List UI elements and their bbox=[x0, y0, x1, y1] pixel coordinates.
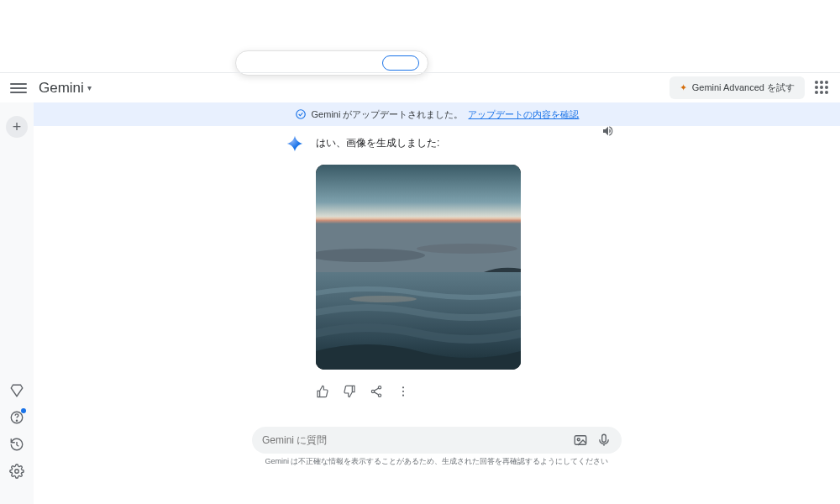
menu-icon[interactable] bbox=[10, 80, 27, 97]
header-bar: Gemini ▾ ✦ Gemini Advanced を試す bbox=[0, 72, 840, 102]
pill-action-outline[interactable] bbox=[382, 55, 419, 71]
message-header: はい、画像を生成しました: bbox=[286, 134, 680, 153]
svg-point-12 bbox=[402, 386, 404, 388]
gemini-logo-icon bbox=[286, 134, 304, 153]
more-icon[interactable] bbox=[396, 385, 410, 398]
check-badge-icon bbox=[295, 108, 307, 120]
sparkle-icon: ✦ bbox=[680, 82, 687, 93]
history-icon[interactable] bbox=[9, 437, 24, 452]
caret-down-icon: ▾ bbox=[87, 83, 92, 92]
svg-point-13 bbox=[402, 391, 404, 392]
brand-label: Gemini bbox=[39, 80, 84, 97]
svg-point-14 bbox=[402, 395, 404, 396]
input-bar-container bbox=[34, 427, 840, 454]
advanced-button-label: Gemini Advanced を試す bbox=[692, 81, 795, 94]
svg-point-6 bbox=[417, 244, 517, 254]
apps-grid-icon[interactable] bbox=[815, 81, 830, 96]
message-text: はい、画像を生成しました: bbox=[316, 134, 439, 150]
prompt-input-bar[interactable] bbox=[252, 427, 622, 454]
svg-point-16 bbox=[577, 438, 580, 441]
settings-icon[interactable] bbox=[9, 464, 24, 479]
new-chat-button[interactable]: + bbox=[6, 116, 28, 138]
share-icon[interactable] bbox=[370, 385, 383, 398]
message-actions bbox=[316, 385, 680, 398]
chat-area: はい、画像を生成しました: bbox=[34, 134, 840, 444]
thumbs-down-icon[interactable] bbox=[343, 385, 356, 398]
mic-icon[interactable] bbox=[596, 433, 612, 448]
svg-point-1 bbox=[16, 420, 17, 421]
banner-link[interactable]: アップデートの内容を確認 bbox=[468, 108, 579, 121]
plus-icon: + bbox=[13, 118, 22, 136]
banner-text: Gemini がアップデートされました。 bbox=[312, 108, 464, 121]
gemini-advanced-button[interactable]: ✦ Gemini Advanced を試す bbox=[669, 76, 805, 99]
svg-point-8 bbox=[349, 296, 417, 302]
generated-image[interactable] bbox=[316, 165, 521, 370]
left-rail: + bbox=[0, 102, 34, 504]
disclaimer-text: Gemini は不正確な情報を表示することがあるため、生成された回答を再確認する… bbox=[34, 456, 840, 467]
svg-point-2 bbox=[15, 470, 19, 474]
gem-outline-icon[interactable] bbox=[9, 383, 24, 398]
header-left: Gemini ▾ bbox=[10, 80, 92, 97]
svg-rect-17 bbox=[602, 434, 606, 442]
prompt-input[interactable] bbox=[262, 434, 564, 446]
thumbs-up-icon[interactable] bbox=[316, 385, 329, 398]
svg-point-3 bbox=[296, 110, 305, 119]
svg-point-11 bbox=[378, 394, 381, 396]
header-right: ✦ Gemini Advanced を試す bbox=[669, 76, 830, 99]
brand-dropdown[interactable]: Gemini ▾ bbox=[39, 80, 92, 97]
update-banner: Gemini がアップデートされました。 アップデートの内容を確認 bbox=[34, 102, 840, 126]
image-upload-icon[interactable] bbox=[573, 433, 588, 448]
svg-point-9 bbox=[378, 386, 381, 389]
svg-point-10 bbox=[371, 390, 374, 392]
assistant-message: はい、画像を生成しました: bbox=[286, 134, 680, 398]
help-icon[interactable] bbox=[9, 410, 24, 425]
